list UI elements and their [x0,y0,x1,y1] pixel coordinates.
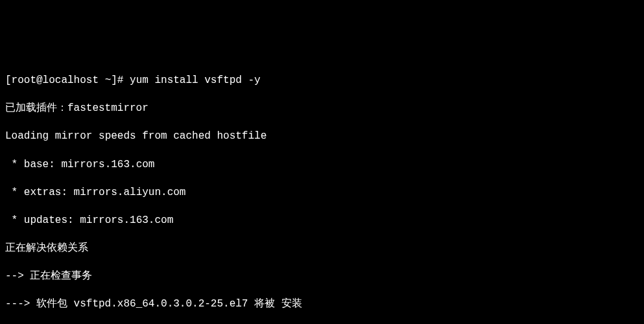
prompt-line: [root@localhost ~]# yum install vsftpd -… [5,74,639,88]
shell-prompt: [root@localhost ~]# [5,75,130,86]
output-line: Loading mirror speeds from cached hostfi… [5,130,639,144]
output-line: 正在解决依赖关系 [5,242,639,256]
output-line: 已加载插件：fastestmirror [5,102,639,116]
output-line: * extras: mirrors.aliyun.com [5,186,639,200]
output-line: * base: mirrors.163.com [5,158,639,172]
output-line: ---> 软件包 vsftpd.x86_64.0.3.0.2-25.el7 将被… [5,297,639,312]
command-text: yum install vsftpd -y [130,75,261,86]
terminal-output: [root@localhost ~]# yum install vsftpd -… [5,60,639,324]
output-line: * updates: mirrors.163.com [5,214,639,228]
output-line: --> 正在检查事务 [5,270,639,284]
